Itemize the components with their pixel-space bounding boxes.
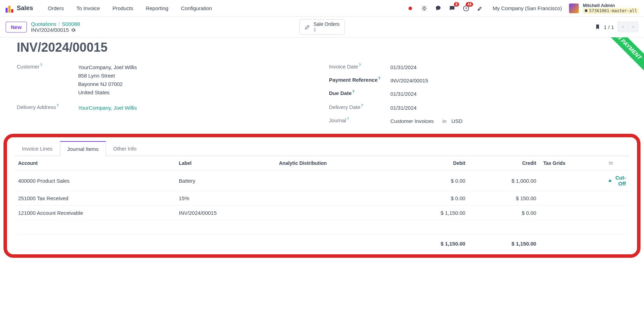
total-debit: $ 1,150.00: [398, 234, 469, 251]
col-credit[interactable]: Credit: [469, 156, 540, 170]
nav-orders[interactable]: Orders: [43, 5, 69, 11]
database-tag: 57361061-master-all: [583, 8, 638, 14]
sub-bar: New Quotations / S00088 INV/2024/00015 S…: [0, 17, 644, 37]
cell-analytic: [276, 170, 398, 191]
gear-icon[interactable]: [71, 28, 76, 32]
invoice-date-label: Invoice Date?: [329, 63, 385, 70]
company-selector[interactable]: My Company (San Francisco): [493, 5, 562, 11]
due-date-label: Due Date?: [329, 90, 385, 96]
sale-orders-count: 1: [314, 27, 340, 32]
table-row[interactable]: 121000 Account Receivable INV/2024/00015…: [15, 206, 629, 220]
record-indicator-icon[interactable]: [405, 3, 416, 14]
cell-label: Battery: [175, 170, 276, 191]
svg-point-4: [612, 163, 612, 164]
help-icon[interactable]: ?: [359, 63, 361, 67]
help-icon[interactable]: ?: [40, 63, 42, 67]
table-row[interactable]: 400000 Product Sales Battery $ 0.00 $ 1,…: [15, 170, 629, 191]
nav-reporting[interactable]: Reporting: [141, 5, 173, 11]
cell-tax-grids: [540, 170, 605, 191]
cell-label: INV/2024/00015: [175, 206, 276, 220]
messages-icon[interactable]: 8: [447, 3, 458, 14]
delivery-addr-link[interactable]: YourCompany, Joel Willis: [78, 104, 137, 112]
journal-items-table: Account Label Analytic Distribution Debi…: [15, 156, 629, 251]
cell-tax-grids: [540, 191, 605, 206]
help-icon[interactable]: ?: [378, 76, 380, 80]
breadcrumb-quotations[interactable]: Quotations: [31, 21, 57, 27]
app-title[interactable]: Sales: [17, 5, 33, 12]
col-label[interactable]: Label: [175, 156, 276, 170]
delivery-date-label: Delivery Date?: [329, 104, 385, 110]
customer-addr-line2: Bayonne NJ 07002: [78, 80, 137, 88]
total-credit: $ 1,150.00: [469, 234, 540, 251]
nav-products[interactable]: Products: [107, 5, 138, 11]
tab-invoice-lines[interactable]: Invoice Lines: [15, 141, 60, 156]
help-icon[interactable]: ?: [352, 90, 354, 94]
svg-rect-5: [609, 180, 611, 182]
nav-configuration[interactable]: Configuration: [176, 5, 217, 11]
cell-account: 251000 Tax Received: [15, 191, 175, 206]
bookmark-icon[interactable]: [595, 23, 600, 30]
journal-label: Journal?: [329, 117, 385, 123]
customer-addr-line3: United States: [78, 88, 137, 97]
sale-orders-label: Sale Orders: [314, 22, 340, 27]
cell-debit: $ 1,150.00: [398, 206, 469, 220]
breadcrumb-order[interactable]: S00088: [62, 21, 80, 27]
phone-icon[interactable]: [433, 3, 444, 14]
debug-icon[interactable]: [419, 3, 430, 14]
cell-debit: $ 0.00: [398, 170, 469, 191]
customer-label: Customer?: [17, 63, 73, 70]
cell-label: 15%: [175, 191, 276, 206]
tab-other-info[interactable]: Other Info: [106, 141, 144, 156]
customer-addr-line1: 858 Lynn Street: [78, 72, 137, 80]
col-analytic[interactable]: Analytic Distribution: [276, 156, 398, 170]
content-area: IN PAYMENT INV/2024/00015 Customer? Your…: [0, 37, 644, 266]
tabs: Invoice Lines Journal Items Other Info: [15, 141, 629, 156]
svg-point-0: [423, 7, 425, 9]
user-avatar-icon: [569, 3, 579, 13]
help-icon[interactable]: ?: [57, 104, 59, 108]
svg-point-3: [609, 162, 610, 163]
payment-ref-value: INV/2024/00015: [390, 76, 428, 85]
currency-link[interactable]: USD: [451, 118, 463, 124]
cell-analytic: [276, 206, 398, 220]
app-logo-icon[interactable]: [6, 4, 14, 13]
customer-link[interactable]: YourCompany, Joel Willis: [78, 63, 137, 72]
highlighted-region: Invoice Lines Journal Items Other Info A…: [3, 134, 641, 258]
cell-account: 400000 Product Sales: [15, 170, 175, 191]
help-icon[interactable]: ?: [347, 117, 349, 121]
journal-in: in: [442, 118, 447, 124]
breadcrumb: Quotations / S00088 INV/2024/00015: [31, 21, 80, 33]
tab-journal-items[interactable]: Journal Items: [60, 141, 106, 156]
activities-badge: 44: [466, 2, 473, 7]
sale-orders-button[interactable]: Sale Orders 1: [299, 19, 345, 35]
delivery-date-value: 01/31/2024: [390, 104, 417, 112]
edit-icon: [305, 24, 311, 30]
cutoff-button[interactable]: Cut-Off: [608, 175, 626, 187]
cell-credit: $ 0.00: [469, 206, 540, 220]
columns-settings-icon[interactable]: [608, 161, 626, 166]
col-debit[interactable]: Debit: [398, 156, 469, 170]
new-button[interactable]: New: [6, 22, 27, 32]
activities-icon[interactable]: 44: [460, 3, 472, 14]
cell-debit: $ 0.00: [398, 191, 469, 206]
top-nav: Sales Orders To Invoice Products Reporti…: [0, 0, 644, 17]
invoice-date-value: 01/31/2024: [390, 63, 417, 72]
journal-value: Customer Invoices: [390, 118, 434, 124]
pager-next-button[interactable]: [628, 22, 638, 32]
cell-account: 121000 Account Receivable: [15, 206, 175, 220]
nav-to-invoice[interactable]: To Invoice: [72, 5, 105, 11]
col-tax-grids[interactable]: Tax Grids: [540, 156, 605, 170]
table-row[interactable]: 251000 Tax Received 15% $ 0.00 $ 150.00: [15, 191, 629, 206]
col-account[interactable]: Account: [15, 156, 175, 170]
help-icon[interactable]: ?: [361, 104, 363, 108]
pager-prev-button[interactable]: [617, 22, 628, 32]
user-menu[interactable]: Mitchell Admin 57361061-master-all: [569, 3, 638, 14]
user-name: Mitchell Admin: [583, 3, 638, 8]
due-date-value: 01/31/2024: [390, 90, 417, 98]
cell-tax-grids: [540, 206, 605, 220]
tools-icon[interactable]: [474, 3, 486, 14]
cell-credit: $ 1,000.00: [469, 170, 540, 191]
pager-text[interactable]: 1 / 1: [604, 24, 614, 30]
cell-credit: $ 150.00: [469, 191, 540, 206]
cell-analytic: [276, 191, 398, 206]
